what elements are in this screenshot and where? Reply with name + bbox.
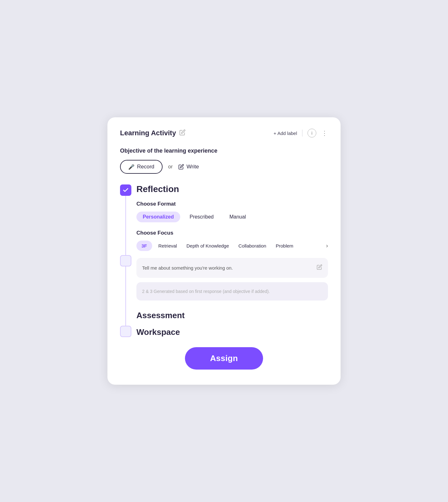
check-icon [123, 187, 129, 193]
prompt-edit-icon[interactable] [317, 264, 322, 271]
or-text: or [168, 164, 173, 170]
focus-pill-depth-of-knowledge[interactable]: Depth of Knowledge [183, 241, 232, 251]
format-pill-manual[interactable]: Manual [223, 212, 252, 222]
record-row: 🎤 Record or Write [120, 160, 328, 174]
choose-format-label: Choose Format [136, 201, 328, 207]
generated-text-box: 2 & 3 Generated based on first response … [136, 282, 328, 301]
focus-pill-retrieval[interactable]: Retrieval [155, 241, 180, 251]
header-divider [302, 130, 302, 137]
header: Learning Activity + Add label i ⋮ [120, 129, 328, 137]
focus-pill-problem[interactable]: Problem [273, 241, 296, 251]
focus-chevron-right[interactable]: › [326, 242, 328, 249]
generated-text: 2 & 3 Generated based on first response … [142, 289, 270, 294]
choose-focus-label: Choose Focus [136, 230, 328, 236]
spacer-1 [136, 305, 328, 311]
edit-title-icon[interactable] [179, 129, 186, 137]
reflection-checkbox[interactable] [120, 184, 131, 196]
spacer-2 [136, 320, 328, 327]
assign-button[interactable]: Assign [185, 347, 263, 370]
info-icon[interactable]: i [307, 129, 316, 137]
format-pill-prescribed[interactable]: Prescribed [183, 212, 220, 222]
more-options-icon[interactable]: ⋮ [321, 129, 328, 137]
assessment-section: Assessment [136, 311, 328, 320]
mic-icon: 🎤 [128, 164, 135, 170]
objective-label: Objective of the learning experience [120, 148, 328, 154]
workspace-checkbox[interactable] [120, 326, 131, 337]
format-pills: Personalized Prescribed Manual [136, 212, 328, 222]
line-segment-1 [125, 196, 126, 255]
sections-col: Reflection Choose Format Personalized Pr… [136, 184, 328, 337]
record-button[interactable]: 🎤 Record [120, 160, 163, 174]
write-button[interactable]: Write [178, 164, 199, 170]
reflection-title: Reflection [136, 184, 328, 195]
focus-pills: 3F Retrieval Depth of Knowledge Collabor… [136, 241, 328, 251]
line-segment-2 [125, 266, 126, 326]
prompt-text-box: Tell me about something you're working o… [136, 258, 328, 278]
header-right: + Add label i ⋮ [273, 129, 328, 137]
assessment-title: Assessment [136, 311, 328, 320]
objective-section: Objective of the learning experience 🎤 R… [120, 148, 328, 174]
main-card: Learning Activity + Add label i ⋮ Object… [107, 117, 341, 385]
page-title: Learning Activity [120, 129, 176, 137]
prompt-text: Tell me about something you're working o… [142, 265, 233, 271]
format-pill-personalized[interactable]: Personalized [136, 212, 180, 222]
write-icon [178, 164, 184, 170]
header-left: Learning Activity [120, 129, 186, 137]
assign-button-wrap: Assign [120, 347, 328, 370]
write-label: Write [187, 164, 199, 170]
sections-container: Reflection Choose Format Personalized Pr… [120, 184, 328, 337]
record-label: Record [137, 164, 154, 170]
focus-pill-3f[interactable]: 3F [136, 241, 152, 251]
reflection-section: Reflection Choose Format Personalized Pr… [136, 184, 328, 301]
assessment-checkbox[interactable] [120, 255, 131, 266]
workspace-title: Workspace [136, 327, 328, 337]
line-column [120, 184, 131, 337]
add-label-button[interactable]: + Add label [273, 131, 297, 136]
workspace-section: Workspace [136, 327, 328, 337]
focus-pill-collaboration[interactable]: Collaboration [235, 241, 269, 251]
